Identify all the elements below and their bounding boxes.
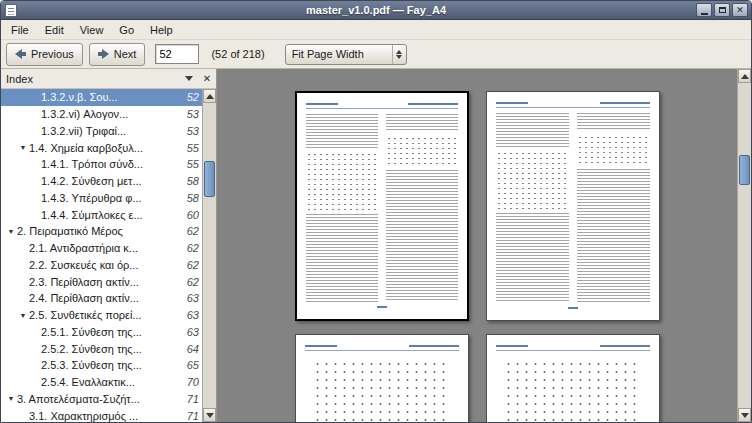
toc-item-label: 2.3. Περίθλαση ακτίν... [29, 276, 181, 288]
sidebar-view-dropdown[interactable]: Index [1, 69, 198, 88]
scroll-down-icon[interactable] [738, 408, 751, 422]
minimize-button[interactable] [696, 3, 712, 17]
toc-item[interactable]: 1.4.4. Σύμπλοκες ε...60 [1, 206, 202, 223]
page-column [386, 114, 458, 302]
zoom-value: Fit Page Width [286, 48, 392, 60]
toc-item[interactable]: 2.1. Αντιδραστήρια κ...62 [1, 240, 202, 257]
menu-item-file[interactable]: File [3, 22, 37, 38]
toc-item-page: 64 [187, 343, 199, 355]
page-rule-decoration [305, 350, 459, 351]
pdf-viewer-window: master_v1.0.pdf — Fay_A4 ✕ File Edit Vie… [0, 0, 752, 423]
toc-item-page: 65 [187, 359, 199, 371]
toc-item-label: 2.5.3. Σύνθεση της... [41, 359, 181, 371]
toolbar: Previous Next (52 of 218) Fit Page Width [1, 40, 751, 69]
page-header-decoration [496, 345, 650, 347]
toc-item-label: 2.4. Περίθλαση ακτίν... [29, 292, 181, 304]
zoom-combobox[interactable]: Fit Page Width [285, 44, 407, 65]
toc-item[interactable]: 1.4.2. Σύνθεση μετ...58 [1, 173, 202, 190]
toc-item[interactable]: 1.3.2.ν.β. Σου...52 [1, 89, 202, 106]
faux-figure [496, 151, 569, 209]
sidebar-scroll-thumb[interactable] [204, 161, 215, 197]
faux-text-lines [496, 213, 569, 303]
toc-item-page: 52 [187, 91, 199, 103]
scroll-up-icon[interactable] [738, 69, 751, 83]
expander-triangle-icon[interactable]: ▼ [17, 312, 29, 319]
toc-item-page: 62 [187, 276, 199, 288]
close-button[interactable]: ✕ [732, 3, 748, 17]
toc-item-page: 62 [187, 242, 199, 254]
toc-item-label: 3. Αποτελέσματα-Συζήτ... [17, 393, 181, 405]
window-controls: ✕ [696, 3, 748, 17]
toc-item[interactable]: 2.2. Συσκευές και όρ...62 [1, 257, 202, 274]
previous-button[interactable]: Previous [6, 43, 83, 66]
toc-item[interactable]: 2.5.4. Εναλλακτικ...70 [1, 374, 202, 391]
document-page[interactable] [295, 334, 469, 422]
toc-item[interactable]: 1.3.2.vii) Τριφαί...53 [1, 123, 202, 140]
toc-item-page: 55 [187, 142, 199, 154]
toc-item[interactable]: 2.5.3. Σύνθεση της...65 [1, 357, 202, 374]
faux-figure [577, 135, 650, 165]
toc-item-page: 62 [187, 259, 199, 271]
toc-item-page: 63 [187, 309, 199, 321]
scroll-down-icon[interactable] [203, 408, 216, 422]
sidebar: Index ✕ 1.3.2.ν.β. Σου...521.3.2.vi) Αλο… [1, 69, 217, 422]
title-bar[interactable]: master_v1.0.pdf — Fay_A4 ✕ [1, 1, 751, 20]
document-page[interactable] [486, 334, 660, 422]
faux-text-lines [386, 114, 458, 132]
minimize-icon [701, 13, 708, 15]
toc-item-label: 2.5.1. Σύνθεση της... [41, 326, 181, 338]
toc-item[interactable]: ▼2.5. Συνθετικές πορεί...63 [1, 307, 202, 324]
toc-item[interactable]: 1.4.3. Υπέρυθρα φ...58 [1, 190, 202, 207]
page-number-input[interactable] [155, 44, 199, 64]
main-scrollbar[interactable] [737, 69, 751, 422]
toc-item[interactable]: 1.3.2.vi) Αλογον...53 [1, 106, 202, 123]
toc-item[interactable]: 2.4. Περίθλαση ακτίν...63 [1, 290, 202, 307]
toc-item-label: 1.3.2.vii) Τριφαί... [41, 125, 181, 137]
sidebar-close-button[interactable]: ✕ [198, 69, 216, 88]
toc-item-label: 1.3.2.ν.β. Σου... [41, 91, 181, 103]
menu-bar: File Edit View Go Help [1, 20, 751, 40]
page-header-decoration [496, 102, 650, 104]
toc-item[interactable]: 2.3. Περίθλαση ακτίν...62 [1, 273, 202, 290]
toc-item-label: 1.4.3. Υπέρυθρα φ... [41, 192, 181, 204]
toc-item-page: 71 [187, 393, 199, 405]
toc-item-label: 3.1. Χαρακτηρισμός ... [29, 410, 181, 422]
menu-item-help[interactable]: Help [142, 22, 181, 38]
menu-item-edit[interactable]: Edit [37, 22, 72, 38]
sidebar-scrollbar[interactable] [202, 89, 216, 422]
sidebar-scroll-track[interactable] [203, 103, 216, 408]
toc-item-page: 63 [187, 292, 199, 304]
faux-figure [313, 360, 451, 422]
scroll-up-icon[interactable] [203, 89, 216, 103]
expander-triangle-icon[interactable]: ▼ [5, 228, 17, 235]
document-page[interactable] [295, 91, 469, 321]
toc-item[interactable]: 2.5.1. Σύνθεση της...63 [1, 324, 202, 341]
faux-figure [386, 136, 458, 166]
main-area [217, 69, 751, 422]
sidebar-title: Index [6, 73, 181, 85]
toc-item[interactable]: 2.5.2. Σύνθεση της...64 [1, 340, 202, 357]
expander-triangle-icon[interactable]: ▼ [5, 395, 17, 402]
maximize-button[interactable] [714, 3, 730, 17]
document-page[interactable] [486, 91, 660, 321]
next-button[interactable]: Next [89, 43, 146, 66]
menu-item-view[interactable]: View [72, 22, 112, 38]
toc-item[interactable]: 1.4.1. Τρόποι σύνδ...55 [1, 156, 202, 173]
document-view[interactable] [217, 69, 737, 422]
menu-item-go[interactable]: Go [111, 22, 142, 38]
faux-text-lines [577, 169, 650, 303]
toc-item[interactable]: ▼3. Αποτελέσματα-Συζήτ...71 [1, 391, 202, 408]
pages-grid [217, 91, 737, 422]
toc-item-label: 2.1. Αντιδραστήρια κ... [29, 242, 181, 254]
page-rule-decoration [306, 108, 458, 109]
toc-item-page: 60 [187, 209, 199, 221]
main-scroll-track[interactable] [738, 83, 751, 408]
toc-item-page: 55 [187, 158, 199, 170]
toc-item-page: 63 [187, 326, 199, 338]
main-scroll-thumb[interactable] [739, 155, 750, 185]
toc-item[interactable]: 3.1. Χαρακτηρισμός ...71 [1, 407, 202, 422]
expander-triangle-icon[interactable]: ▼ [17, 144, 29, 151]
toc-item[interactable]: ▼2. Πειραματικό Μέρος62 [1, 223, 202, 240]
previous-label: Previous [31, 48, 74, 60]
toc-item[interactable]: ▼1.4. Χημεία καρβοξυλ...55 [1, 139, 202, 156]
